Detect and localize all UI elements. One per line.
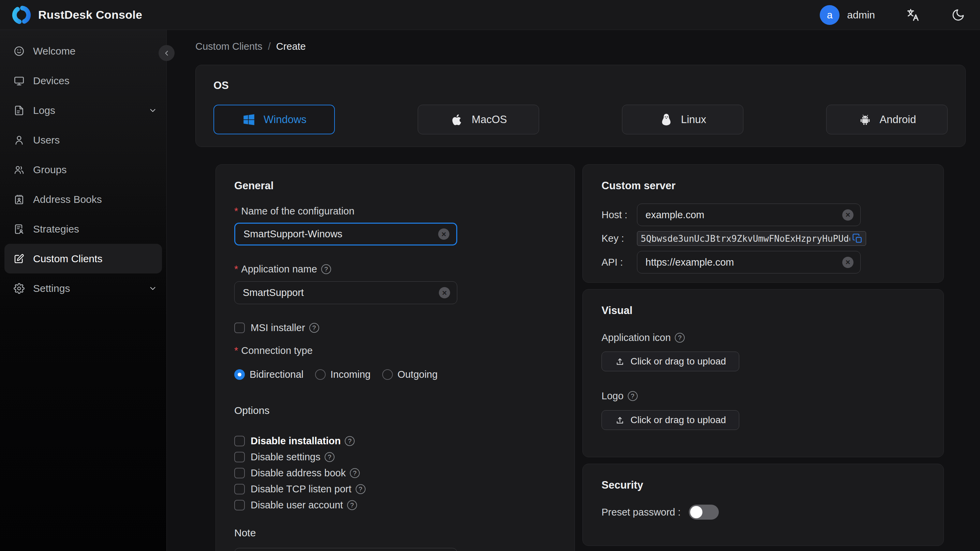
- sidebar-item-label: Devices: [33, 75, 70, 87]
- sidebar-item-strategies[interactable]: Strategies: [5, 214, 162, 244]
- disable-user-account-checkbox[interactable]: [234, 500, 245, 510]
- sidebar-item-custom-clients[interactable]: Custom Clients: [5, 244, 162, 274]
- sidebar-item-logs[interactable]: Logs: [5, 96, 162, 125]
- clear-icon[interactable]: ×: [439, 287, 450, 298]
- user-icon: [14, 135, 25, 146]
- help-icon[interactable]: ?: [675, 333, 685, 343]
- disable-tcp-listen-port-label: Disable TCP listen port: [251, 484, 352, 495]
- clear-icon[interactable]: ×: [438, 228, 449, 240]
- sidebar-item-label: Logs: [33, 105, 55, 116]
- dark-mode-toggle-icon[interactable]: [951, 8, 965, 22]
- breadcrumb-parent-link[interactable]: Custom Clients: [196, 41, 262, 52]
- breadcrumb: Custom Clients / Create: [196, 41, 966, 52]
- sidebar-item-users[interactable]: Users: [5, 125, 162, 155]
- avatar[interactable]: a: [820, 5, 840, 25]
- os-option-windows[interactable]: Windows: [213, 105, 335, 134]
- disable-installation-checkbox[interactable]: [234, 436, 245, 446]
- connection-type-options: Bidirectional Incoming Outgoing: [234, 369, 556, 380]
- clear-icon[interactable]: ×: [842, 209, 853, 221]
- required-marker: *: [234, 205, 238, 217]
- radio-icon: [315, 369, 326, 380]
- copy-icon[interactable]: [852, 233, 863, 244]
- config-name-value: SmartSupport-Winows: [243, 228, 342, 240]
- logo-upload-button[interactable]: Click or drag to upload: [601, 410, 739, 430]
- disable-settings-checkbox[interactable]: [234, 452, 245, 462]
- help-icon[interactable]: ?: [347, 500, 357, 510]
- help-icon[interactable]: ?: [309, 323, 319, 333]
- sidebar-item-settings[interactable]: Settings: [5, 274, 162, 303]
- sidebar-item-address-books[interactable]: Address Books: [5, 185, 162, 214]
- app-title: RustDesk Console: [38, 8, 142, 21]
- os-option-macos[interactable]: MacOS: [418, 105, 539, 134]
- sidebar-item-label: Settings: [33, 283, 70, 294]
- host-label: Host :: [601, 209, 637, 221]
- api-input[interactable]: https://example.com ×: [637, 251, 861, 274]
- msi-installer-row: MSI installer ?: [234, 322, 556, 333]
- config-name-input[interactable]: SmartSupport-Winows ×: [234, 223, 457, 245]
- required-marker: *: [234, 264, 238, 275]
- sidebar-collapse-button[interactable]: [159, 45, 175, 61]
- radio-outgoing[interactable]: Outgoing: [382, 369, 438, 380]
- android-icon: [858, 113, 872, 127]
- disable-user-account-label: Disable user account: [251, 500, 343, 511]
- disable-installation-row: Disable installation ?: [234, 435, 556, 447]
- sidebar-item-label: Strategies: [33, 223, 79, 235]
- rustdesk-logo: [11, 5, 31, 25]
- application-name-label: * Application name ?: [234, 264, 556, 275]
- sidebar-item-devices[interactable]: Devices: [5, 66, 162, 96]
- msi-installer-checkbox[interactable]: [234, 323, 245, 333]
- sidebar-item-groups[interactable]: Groups: [5, 155, 162, 185]
- application-name-input[interactable]: SmartSupport ×: [234, 281, 457, 304]
- host-input[interactable]: example.com ×: [637, 204, 861, 226]
- help-icon[interactable]: ?: [628, 391, 638, 401]
- help-icon[interactable]: ?: [345, 436, 355, 446]
- key-label: Key :: [601, 233, 637, 244]
- config-name-label: * Name of the configuration: [234, 205, 556, 217]
- avatar-letter: a: [827, 9, 833, 21]
- api-label: API :: [601, 257, 637, 268]
- os-option-android[interactable]: Android: [826, 105, 948, 134]
- os-option-label: Windows: [264, 113, 307, 126]
- application-icon-label: Application icon ?: [601, 332, 925, 343]
- radio-bidirectional[interactable]: Bidirectional: [234, 369, 304, 380]
- disable-tcp-listen-port-row: Disable TCP listen port ?: [234, 484, 556, 495]
- disable-tcp-listen-port-checkbox[interactable]: [234, 484, 245, 494]
- app-header: RustDesk Console a admin: [0, 0, 980, 30]
- file-icon: [14, 105, 25, 116]
- security-section: Security Preset password :: [582, 464, 944, 546]
- key-field[interactable]: 5Qbwsde3unUcJBtrx9ZkvUmwFNoExHzpryHuPUdq…: [637, 231, 866, 246]
- note-label: Note: [234, 527, 556, 539]
- help-icon[interactable]: ?: [321, 264, 331, 274]
- custom-server-title: Custom server: [601, 180, 925, 192]
- required-marker: *: [234, 345, 238, 356]
- clear-icon[interactable]: ×: [842, 257, 853, 268]
- connection-type-label: * Connection type: [234, 345, 556, 356]
- strategy-icon: [14, 224, 25, 234]
- help-icon[interactable]: ?: [325, 452, 334, 462]
- application-icon-upload-button[interactable]: Click or drag to upload: [601, 352, 739, 371]
- edit-icon: [14, 253, 25, 264]
- sidebar: Welcome Devices Logs Users: [0, 30, 167, 551]
- visual-title: Visual: [601, 304, 925, 317]
- security-title: Security: [601, 479, 925, 491]
- main-content: Custom Clients / Create OS Windows MacOS: [167, 30, 980, 551]
- radio-incoming[interactable]: Incoming: [315, 369, 371, 380]
- note-textarea[interactable]: [234, 548, 457, 551]
- linux-icon: [659, 113, 673, 127]
- logo-label: Logo ?: [601, 390, 925, 402]
- help-icon[interactable]: ?: [356, 484, 366, 494]
- translate-icon[interactable]: [906, 8, 921, 22]
- breadcrumb-separator: /: [268, 41, 271, 52]
- radio-icon: [234, 369, 245, 380]
- sidebar-item-label: Custom Clients: [33, 253, 102, 264]
- general-section-title: General: [234, 180, 556, 192]
- help-icon[interactable]: ?: [350, 468, 360, 478]
- preset-password-toggle[interactable]: [689, 505, 719, 520]
- preset-password-label: Preset password :: [601, 507, 681, 518]
- apple-icon: [450, 113, 464, 127]
- chevron-down-icon: [148, 284, 157, 293]
- disable-address-book-checkbox[interactable]: [234, 468, 245, 478]
- host-value: example.com: [646, 209, 704, 221]
- os-option-linux[interactable]: Linux: [622, 105, 743, 134]
- sidebar-item-welcome[interactable]: Welcome: [5, 36, 162, 66]
